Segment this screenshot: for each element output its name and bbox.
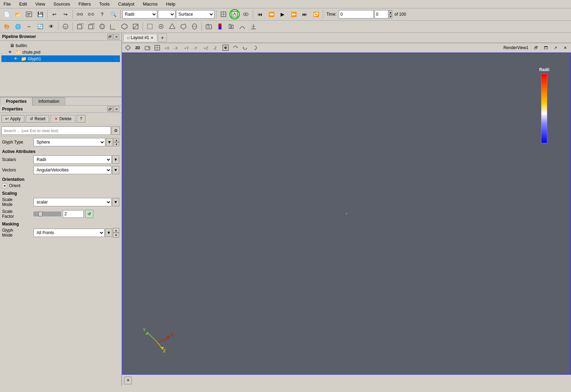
tb2-btn3[interactable]: ↔ [24,21,34,32]
menu-help[interactable]: Help [164,1,177,7]
rv-restore-btn[interactable]: 🗖 [541,44,550,52]
play-forward-button[interactable]: ⏩ [288,9,299,20]
clip-btn[interactable] [130,21,141,32]
delete-button[interactable]: ✕ Delete [51,115,75,123]
glyph-type-arrow[interactable]: ▼ [106,138,113,146]
glyph-mode-up[interactable]: ▲ [113,228,119,233]
timestep-input[interactable] [374,10,388,18]
scale-mode-arrow[interactable]: ▼ [112,198,119,206]
menu-view[interactable]: View [33,1,47,7]
tb2-btn4[interactable]: 🔄 [35,21,45,32]
glyph-type-down[interactable]: ▼ [114,142,119,146]
scale-factor-refresh-btn[interactable]: ↺ [85,210,93,218]
load-state-button[interactable] [24,9,34,20]
scale-mode-select[interactable]: scalar [33,198,112,206]
view-adjust-btn[interactable] [123,44,132,52]
rv-maximize-btn[interactable]: 🗗 [531,44,540,52]
representation-extra-select[interactable] [158,10,175,18]
apply-button[interactable]: ↩ Apply [1,115,24,123]
tb2-btn1[interactable]: 🎨 [1,21,12,32]
first-frame-button[interactable]: ⏮ [255,9,265,20]
undo-button[interactable]: ↩ [49,9,60,20]
orient-checkbox[interactable]: ✕ [2,183,7,188]
menu-macros[interactable]: Macros [141,1,160,7]
play-button[interactable]: ▶ [277,9,288,20]
menu-file[interactable]: File [1,1,13,7]
open-button[interactable]: 📂 [13,9,23,20]
rv-close-btn[interactable]: ✕ [561,44,570,52]
tab-properties[interactable]: Properties [0,97,32,106]
loop-button[interactable]: 🔁 [311,9,321,20]
disconnect-button[interactable] [86,9,96,20]
pipeline-select[interactable]: Radii [122,10,157,18]
help-button[interactable]: ? [97,9,107,20]
last-frame-button[interactable]: ⏭ [299,9,310,20]
tb2-btn2[interactable]: 🌐 [13,21,23,32]
tb2-btn6[interactable]: R [60,21,71,32]
scale-factor-slider[interactable] [33,212,61,216]
add-tab-button[interactable]: + [158,33,167,42]
glyph-type-up[interactable]: ▲ [114,138,119,142]
view-spin3-btn[interactable] [250,44,259,52]
glyph-mode-arrow[interactable]: ▼ [105,229,112,237]
wire-cube-btn[interactable] [86,21,96,32]
menu-sources[interactable]: Sources [51,1,72,7]
sphere-btn[interactable] [97,21,107,32]
glyph-mode-select[interactable]: All Points [33,229,105,237]
layout-tab-1[interactable]: □ Layout #1 ✕ [123,34,157,41]
save-state-button[interactable]: 💾 [35,9,45,20]
connect-button[interactable] [75,9,85,20]
menu-catalyst[interactable]: Catalyst [116,1,137,7]
props-restore-btn[interactable]: 🗗 [107,106,113,112]
menu-filters[interactable]: Filters [76,1,93,7]
pipeline-item-builtin[interactable]: 🖥 builtin: [1,42,120,49]
view-spin2-btn[interactable] [241,44,250,52]
view-reset-z-btn[interactable]: +Z [201,44,211,52]
edit-color-map-btn[interactable] [237,21,248,32]
prev-frame-button[interactable]: ⏪ [266,9,276,20]
rv-undock-btn[interactable]: ↗ [551,44,560,52]
select-poly-btn[interactable] [178,21,189,32]
search-settings-button[interactable]: ⚙ [112,126,120,135]
select-thru-btn[interactable] [189,21,200,32]
layout-tab-close[interactable]: ✕ [151,36,153,40]
time-down-button[interactable]: ▼ [389,14,393,18]
annotate-btn[interactable] [248,21,259,32]
pipeline-item-glyph1[interactable]: 👁 📁 Glyph1 [1,55,120,62]
tb2-btn5[interactable]: 👁 [46,21,56,32]
scale-factor-input[interactable] [63,210,84,218]
view-reset-btn[interactable] [153,44,162,52]
surface-select[interactable]: Surface [176,10,214,18]
select-cells-btn[interactable] [156,21,166,32]
color-scale-btn[interactable] [215,21,225,32]
help-props-button[interactable]: ? [77,115,85,123]
time-input[interactable] [339,10,374,18]
view-spin-btn[interactable] [231,44,240,52]
find-data-button[interactable]: 🔍 [108,9,119,20]
iso-btn[interactable] [119,21,130,32]
vectors-arrow[interactable]: ▼ [112,166,119,174]
render-view[interactable]: Radii Y X Z [122,53,571,375]
new-button[interactable]: 📄 [1,9,12,20]
view-reset-x-btn[interactable]: +X [162,44,172,52]
cube-btn[interactable] [75,21,85,32]
view-reset-nz-btn[interactable]: -Z [211,44,220,52]
view-reset-nx-btn[interactable]: -X [172,44,181,52]
pipeline-close-btn[interactable]: ✕ [114,34,119,39]
screenshot-btn[interactable] [204,21,214,32]
pipeline-restore-btn[interactable]: 🗗 [107,34,113,39]
select-btn[interactable] [145,21,155,32]
view-show-all-btn[interactable] [221,44,230,52]
glyph-type-select[interactable]: Sphere [33,138,105,146]
view-2d-btn[interactable]: 2D [133,44,142,52]
select-points-btn[interactable] [167,21,177,32]
reset-camera-button[interactable] [218,9,229,20]
bottom-close-btn[interactable]: ✕ [124,377,132,384]
redo-button[interactable]: ↪ [60,9,71,20]
view-cam-btn[interactable] [143,44,152,52]
menu-edit[interactable]: Edit [17,1,29,7]
scalars-arrow[interactable]: ▼ [112,155,119,164]
view-reset-y-btn[interactable]: +Y [182,44,191,52]
props-search-input[interactable] [1,126,111,135]
reset-button[interactable]: ↺ Reset [26,115,49,123]
